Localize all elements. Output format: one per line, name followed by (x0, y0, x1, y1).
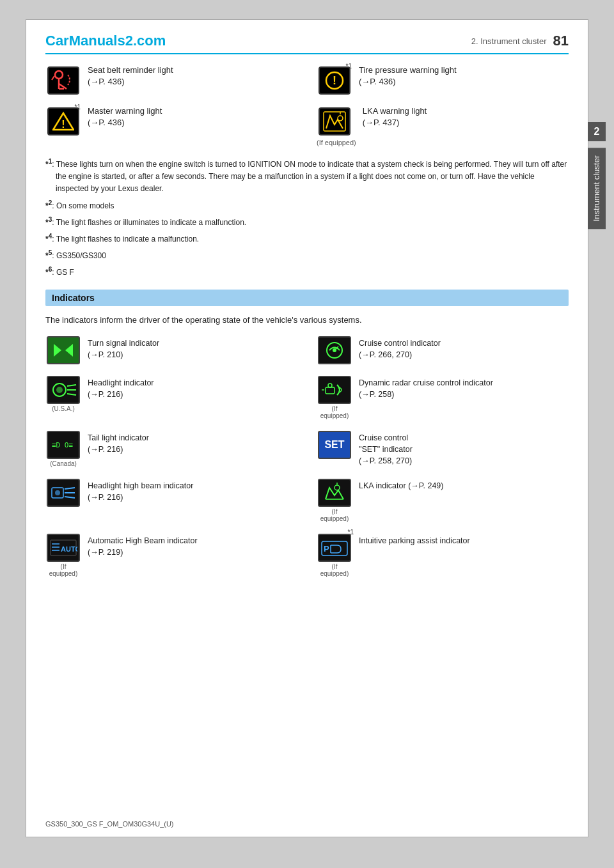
tire-ref: (→P. 436) (359, 76, 457, 88)
indicator-auto-high-beam: AUTO (If equipped) Automatic High Beam i… (45, 534, 297, 577)
svg-line-19 (67, 385, 76, 386)
page-container: 2 Instrument cluster CarManuals2.com 2. … (26, 19, 588, 837)
footnote-1: *1: These lights turn on when the engine… (45, 157, 569, 196)
cruise-set-icon: SET (318, 431, 351, 459)
lka-ind-caption: (If equipped) (317, 508, 352, 522)
tail-light-icon-wrap: ≡D O≡ (Canada) (45, 431, 81, 467)
indicator-headlight: (U.S.A.) Headlight indicator (→P. 216) (45, 376, 297, 419)
lka-label: LKA warning light (363, 105, 427, 117)
chapter-title: 2. Instrument cluster (471, 36, 547, 46)
headlight-caption: (U.S.A.) (52, 405, 75, 412)
tire-label: Tire pressure warning light (359, 65, 457, 76)
footnote-3: *3: The light flashes or illuminates to … (45, 215, 569, 229)
indicators-grid: Turn signal indicator (→P. 210) Cruise c… (45, 336, 569, 577)
warning-master: *1 ! Master warning light (→P. 436) (45, 105, 297, 146)
cruise-set-label: Cruise control (359, 432, 413, 444)
master-ref: (→P. 436) (88, 117, 162, 128)
lka-ind-label: LKA indicator (→P. 249) (359, 480, 443, 492)
indicator-cruise: Cruise control indicator (→P. 266, 270) (317, 336, 569, 364)
footnote-5: *5: GS350/GS300 (45, 248, 569, 262)
lka-equipped: (If equipped) (317, 139, 356, 146)
auto-high-beam-caption: (If equipped) (45, 563, 81, 577)
svg-text:!: ! (61, 119, 65, 130)
chapter-tab: Instrument cluster (588, 148, 606, 229)
svg-text:!: ! (333, 74, 336, 87)
footnote-2: *2: On some models (45, 198, 569, 212)
svg-text:P: P (324, 544, 329, 554)
tire-icon: *1 ! (319, 66, 350, 95)
svg-point-18 (56, 387, 63, 393)
indicators-section-header: Indicators (45, 290, 569, 306)
seatbelt-text: Seat belt reminder light (→P. 436) (88, 65, 173, 88)
svg-rect-22 (326, 387, 335, 394)
high-beam-text: Headlight high beam indicator (→P. 216) (88, 479, 193, 503)
svg-marker-13 (65, 344, 73, 357)
svg-line-30 (65, 497, 75, 498)
dynamic-radar-icon-wrap: (If equipped) (317, 376, 352, 419)
indicator-lka: (If equipped) LKA indicator (→P. 249) (317, 479, 569, 522)
auto-high-beam-text: Automatic High Beam indicator (→P. 219) (88, 534, 198, 558)
header-right: 2. Instrument cluster 81 (471, 33, 569, 49)
svg-point-32 (335, 485, 340, 490)
headlight-icon-wrap: (U.S.A.) (45, 376, 81, 412)
cruise-text: Cruise control indicator (→P. 266, 270) (359, 336, 441, 360)
footnotes: *1: These lights turn on when the engine… (45, 157, 569, 279)
seatbelt-label: Seat belt reminder light (88, 65, 173, 76)
site-logo: CarManuals2.com (45, 33, 166, 49)
footnote-4: *4: The light flashes to indicate a malf… (45, 231, 569, 245)
tail-light-text: Tail light indicator (→P. 216) (88, 431, 149, 455)
cruise-ref: (→P. 266, 270) (359, 349, 441, 360)
warning-tire: *1 ! Tire pressure warning light (→P. 43… (317, 65, 569, 97)
lka-ind-icon (318, 479, 351, 507)
seatbelt-icon (47, 66, 79, 95)
turn-signal-ref: (→P. 210) (88, 349, 159, 360)
indicator-high-beam: Headlight high beam indicator (→P. 216) (45, 479, 297, 522)
parking-assist-label: Intuitive parking assist indicator (359, 535, 470, 546)
lka-icon (319, 107, 350, 136)
lka-ind-text: LKA indicator (→P. 249) (359, 479, 443, 492)
seatbelt-icon-box (45, 65, 81, 97)
page-header: CarManuals2.com 2. Instrument cluster 81 (45, 33, 569, 54)
svg-marker-12 (54, 344, 61, 357)
master-text: Master warning light (→P. 436) (88, 105, 162, 128)
tail-light-ref: (→P. 216) (88, 444, 149, 455)
parking-assist-text: Intuitive parking assist indicator (359, 534, 470, 546)
svg-line-28 (65, 488, 75, 489)
seatbelt-ref: (→P. 436) (88, 76, 173, 88)
tire-icon-box: *1 ! (317, 65, 352, 97)
lka-ind-icon-wrap: (If equipped) (317, 479, 352, 522)
svg-point-23 (328, 384, 332, 387)
master-icon-box: *1 ! (45, 105, 81, 137)
cruise-icon-wrap (317, 336, 352, 364)
svg-point-10 (338, 116, 343, 121)
dynamic-radar-text: Dynamic radar cruise control indicator (… (359, 376, 493, 400)
cruise-label: Cruise control indicator (359, 337, 441, 349)
warning-lka: (If equipped) LKA warning light (→P. 437… (317, 105, 569, 146)
indicators-intro: The indicators inform the driver of the … (45, 314, 569, 327)
headlight-ref: (→P. 216) (88, 389, 154, 400)
cruise-icon (318, 336, 351, 364)
parking-assist-icon: P (318, 534, 351, 562)
dynamic-radar-label: Dynamic radar cruise control indicator (359, 377, 493, 389)
headlight-label: Headlight indicator (88, 377, 154, 389)
auto-high-beam-label: Automatic High Beam indicator (88, 535, 198, 546)
lka-icon-box (317, 105, 352, 137)
svg-text:AUTO: AUTO (61, 545, 77, 553)
warning-seatbelt: Seat belt reminder light (→P. 436) (45, 65, 297, 97)
high-beam-icon-wrap (45, 479, 81, 507)
page-number: 81 (553, 33, 569, 49)
indicator-turn-signal: Turn signal indicator (→P. 210) (45, 336, 297, 364)
turn-signal-icon (47, 336, 80, 364)
cruise-set-icon-wrap: SET (317, 431, 352, 459)
footnote-6: *6: GS F (45, 265, 569, 279)
lka-ref: (→P. 437) (363, 117, 427, 128)
svg-line-21 (67, 394, 76, 395)
high-beam-ref: (→P. 216) (88, 492, 193, 503)
dynamic-radar-caption: (If equipped) (317, 405, 352, 419)
dynamic-radar-icon (318, 376, 351, 404)
indicator-dynamic-radar: (If equipped) Dynamic radar cruise contr… (317, 376, 569, 419)
turn-signal-icon-wrap (45, 336, 81, 364)
parking-assist-caption: (If equipped) (317, 563, 352, 577)
auto-high-beam-icon: AUTO (47, 534, 80, 562)
warning-lights-grid: Seat belt reminder light (→P. 436) *1 ! … (45, 65, 569, 146)
